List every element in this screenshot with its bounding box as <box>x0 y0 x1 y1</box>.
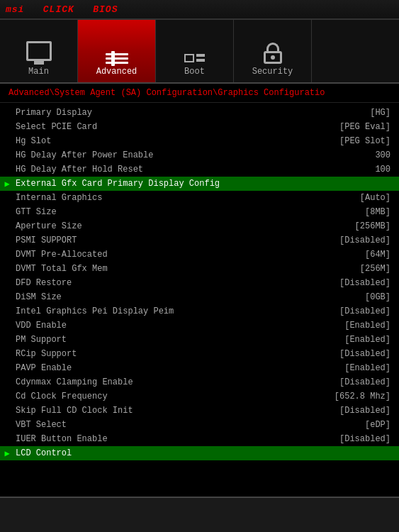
tab-advanced[interactable]: Advanced <box>78 20 156 82</box>
settings-row[interactable]: Intel Graphics Pei Display Peim[Disabled… <box>0 304 399 318</box>
setting-name: PM Support <box>14 335 314 345</box>
setting-name: DFD Restore <box>14 278 314 288</box>
setting-name: RCip Support <box>14 349 314 359</box>
settings-row[interactable]: PAVP Enable[Enabled] <box>0 361 399 375</box>
settings-row[interactable]: Select PCIE Card[PEG Eval] <box>0 120 399 134</box>
settings-row[interactable]: DVMT Pre-Allocated[64M] <box>0 248 399 262</box>
setting-value: [Disabled] <box>314 434 399 444</box>
setting-value: [HG] <box>314 108 399 118</box>
setting-name: LCD Control <box>14 448 314 458</box>
setting-value: [Auto] <box>314 193 399 203</box>
settings-row[interactable]: HG Delay After Hold Reset100 <box>0 162 399 177</box>
setting-value: [Enabled] <box>314 335 399 345</box>
setting-name: GTT Size <box>14 207 314 217</box>
setting-value: [0GB] <box>314 292 399 302</box>
row-arrow: ▶ <box>0 448 14 459</box>
setting-name: DVMT Pre-Allocated <box>14 250 314 260</box>
logo-click: CLICK <box>43 4 74 15</box>
bottom-bar <box>0 497 399 532</box>
setting-name: Cd Clock Frequency <box>14 392 314 401</box>
setting-value: [eDP] <box>314 420 399 430</box>
settings-row[interactable]: DiSM Size[0GB] <box>0 290 399 304</box>
logo-bios: BIOS <box>93 4 118 15</box>
setting-name: Aperture Size <box>14 221 314 231</box>
breadcrumb: Advanced\System Agent (SA) Configuration… <box>0 84 399 103</box>
boot-icon <box>184 54 205 64</box>
settings-row[interactable]: DVMT Total Gfx Mem[256M] <box>0 262 399 276</box>
setting-value: [PEG Slot] <box>314 136 399 146</box>
settings-row[interactable]: ▶External Gfx Card Primary Display Confi… <box>0 177 399 191</box>
setting-name: HG Delay After Hold Reset <box>14 165 314 174</box>
lock-icon <box>264 43 282 64</box>
tab-security[interactable]: Security <box>234 20 312 82</box>
tab-advanced-label: Advanced <box>96 67 137 77</box>
settings-row[interactable]: HG Delay After Power Enable300 <box>0 148 399 162</box>
setting-value: [Disabled] <box>314 349 399 359</box>
monitor-icon <box>26 41 52 64</box>
settings-row[interactable]: PM Support[Enabled] <box>0 333 399 347</box>
setting-name: HG Delay After Power Enable <box>14 150 314 160</box>
settings-row[interactable]: IUER Button Enable[Disabled] <box>0 432 399 446</box>
settings-list: Primary Display[HG]Select PCIE Card[PEG … <box>0 103 399 531</box>
setting-name: Intel Graphics Pei Display Peim <box>14 306 314 316</box>
tab-main-label: Main <box>28 67 49 77</box>
settings-row[interactable]: Primary Display[HG] <box>0 106 399 120</box>
settings-row[interactable]: Internal Graphics[Auto] <box>0 191 399 205</box>
setting-value: [256MB] <box>314 221 399 231</box>
setting-value: [PEG Eval] <box>314 122 399 132</box>
setting-name: Internal Graphics <box>14 193 314 203</box>
setting-value: [Disabled] <box>314 235 399 245</box>
setting-name: VBT Select <box>14 420 314 430</box>
settings-row[interactable]: GTT Size[8MB] <box>0 205 399 219</box>
nav-tabs: Main Advanced Boot <box>0 20 399 84</box>
setting-name: Select PCIE Card <box>14 122 314 132</box>
setting-name: External Gfx Card Primary Display Config <box>14 179 314 189</box>
setting-value: [Disabled] <box>314 406 399 416</box>
setting-value: [Disabled] <box>314 306 399 316</box>
settings-row[interactable]: Cdynmax Clamping Enable[Disabled] <box>0 375 399 389</box>
settings-row[interactable]: PSMI SUPPORT[Disabled] <box>0 233 399 248</box>
settings-row[interactable]: ▶LCD Control <box>0 446 399 460</box>
setting-name: DiSM Size <box>14 292 314 302</box>
setting-value: [64M] <box>314 250 399 260</box>
setting-value: [256M] <box>314 264 399 274</box>
settings-row[interactable]: DFD Restore[Disabled] <box>0 276 399 290</box>
setting-value: [8MB] <box>314 207 399 217</box>
settings-row[interactable]: RCip Support[Disabled] <box>0 347 399 361</box>
logo: msi CLICK BIOS <box>6 4 118 15</box>
setting-name: PAVP Enable <box>14 363 314 373</box>
tab-boot[interactable]: Boot <box>156 20 234 82</box>
settings-row[interactable]: Aperture Size[256MB] <box>0 219 399 233</box>
setting-value: [Disabled] <box>314 278 399 288</box>
settings-row[interactable]: Cd Clock Frequency[652.8 Mhz] <box>0 389 399 404</box>
row-arrow: ▶ <box>0 179 14 189</box>
setting-value: 300 <box>314 150 399 160</box>
setting-name: VDD Enable <box>14 321 314 331</box>
settings-row[interactable]: Skip Full CD Clock Init[Disabled] <box>0 404 399 418</box>
setting-value: [Enabled] <box>314 363 399 373</box>
tab-security-label: Security <box>252 67 293 77</box>
setting-name: Skip Full CD Clock Init <box>14 406 314 416</box>
setting-name: IUER Button Enable <box>14 434 314 444</box>
setting-value: [Enabled] <box>314 321 399 331</box>
setting-value: [652.8 Mhz] <box>314 392 399 401</box>
tab-boot-label: Boot <box>184 67 205 77</box>
setting-value: 100 <box>314 165 399 174</box>
logo-msi: msi <box>6 4 24 15</box>
setting-name: DVMT Total Gfx Mem <box>14 264 314 274</box>
settings-row[interactable]: Hg Slot[PEG Slot] <box>0 134 399 148</box>
setting-value: [Disabled] <box>314 377 399 387</box>
setting-name: Hg Slot <box>14 136 314 146</box>
setting-name: PSMI SUPPORT <box>14 235 314 245</box>
settings-row[interactable]: VBT Select[eDP] <box>0 418 399 432</box>
header-bar: msi CLICK BIOS <box>0 0 399 20</box>
tab-main[interactable]: Main <box>0 20 78 82</box>
setting-name: Cdynmax Clamping Enable <box>14 377 314 387</box>
setting-name: Primary Display <box>14 108 314 118</box>
sliders-icon <box>106 53 128 64</box>
settings-row[interactable]: VDD Enable[Enabled] <box>0 318 399 333</box>
